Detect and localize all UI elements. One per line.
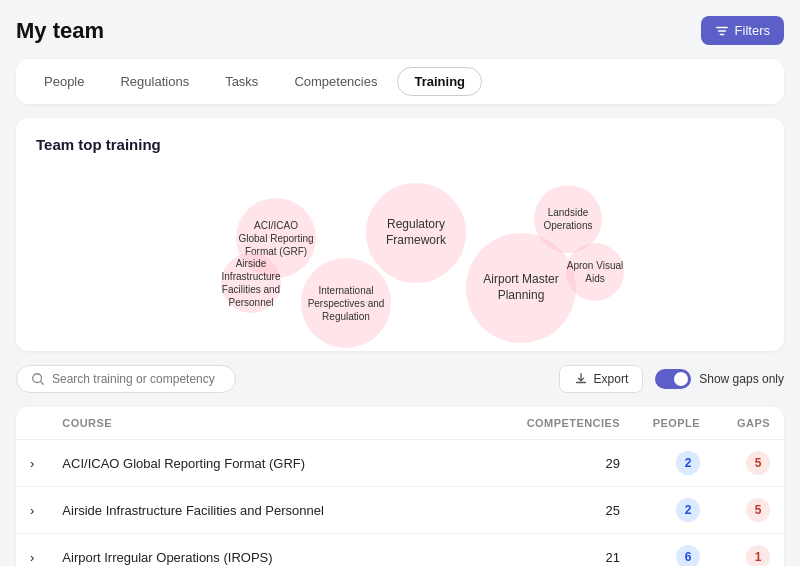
show-gaps-toggle[interactable] xyxy=(655,369,691,389)
col-competencies-header: COMPETENCIES xyxy=(513,407,634,440)
export-button[interactable]: Export xyxy=(559,365,644,393)
export-label: Export xyxy=(594,372,629,386)
tab-people[interactable]: People xyxy=(28,67,100,96)
filters-button[interactable]: Filters xyxy=(701,16,784,45)
bubble-chart: ACI/ICAO Global Reporting Format (GRF)Re… xyxy=(36,163,764,333)
row-people: 6 xyxy=(634,534,714,567)
table-header-row: COURSE COMPETENCIES PEOPLE GAPS xyxy=(16,407,784,440)
download-icon xyxy=(574,372,588,386)
search-box xyxy=(16,365,236,393)
gaps-badge: 5 xyxy=(746,451,770,475)
bubble-b2: Regulatory Framework xyxy=(366,183,466,283)
row-expand-icon[interactable]: › xyxy=(16,534,48,567)
tab-competencies[interactable]: Competencies xyxy=(278,67,393,96)
col-gaps-header: GAPS xyxy=(714,407,784,440)
row-expand-icon[interactable]: › xyxy=(16,487,48,534)
show-gaps-toggle-label[interactable]: Show gaps only xyxy=(655,369,784,389)
table-row[interactable]: ›Airside Infrastructure Facilities and P… xyxy=(16,487,784,534)
row-competencies: 21 xyxy=(513,534,634,567)
row-people: 2 xyxy=(634,440,714,487)
search-input[interactable] xyxy=(52,372,221,386)
bubble-chart-title: Team top training xyxy=(36,136,764,153)
bubble-b7: Apron Visual Aids xyxy=(566,243,624,301)
filter-icon xyxy=(715,24,729,38)
col-course-header: COURSE xyxy=(48,407,512,440)
bubble-chart-card: Team top training ACI/ICAO Global Report… xyxy=(16,118,784,351)
training-table: COURSE COMPETENCIES PEOPLE GAPS ›ACI/ICA… xyxy=(16,407,784,566)
people-badge: 2 xyxy=(676,498,700,522)
col-expand xyxy=(16,407,48,440)
row-course: Airside Infrastructure Facilities and Pe… xyxy=(48,487,512,534)
search-icon xyxy=(31,372,45,386)
row-competencies: 29 xyxy=(513,440,634,487)
bubble-b4: Airside Infrastructure Facilities and Pe… xyxy=(221,253,281,313)
show-gaps-text: Show gaps only xyxy=(699,372,784,386)
toolbar-right: Export Show gaps only xyxy=(559,365,784,393)
page-header: My team Filters xyxy=(16,16,784,45)
row-gaps: 5 xyxy=(714,440,784,487)
table-row[interactable]: ›Airport Irregular Operations (IROPS)216… xyxy=(16,534,784,567)
gaps-badge: 5 xyxy=(746,498,770,522)
tab-regulations[interactable]: Regulations xyxy=(104,67,205,96)
toolbar-row: Export Show gaps only xyxy=(16,365,784,393)
row-gaps: 1 xyxy=(714,534,784,567)
bubble-b5: International Perspectives and Regulatio… xyxy=(301,258,391,348)
tabs-bar: People Regulations Tasks Competencies Tr… xyxy=(16,59,784,104)
row-course: ACI/ICAO Global Reporting Format (GRF) xyxy=(48,440,512,487)
table-row[interactable]: ›ACI/ICAO Global Reporting Format (GRF)2… xyxy=(16,440,784,487)
page-title: My team xyxy=(16,18,104,44)
col-people-header: PEOPLE xyxy=(634,407,714,440)
people-badge: 6 xyxy=(676,545,700,566)
row-expand-icon[interactable]: › xyxy=(16,440,48,487)
tab-tasks[interactable]: Tasks xyxy=(209,67,274,96)
bubble-b6: Airport Master Planning xyxy=(466,233,576,343)
row-competencies: 25 xyxy=(513,487,634,534)
tab-training[interactable]: Training xyxy=(397,67,482,96)
people-badge: 2 xyxy=(676,451,700,475)
row-people: 2 xyxy=(634,487,714,534)
row-gaps: 5 xyxy=(714,487,784,534)
gaps-badge: 1 xyxy=(746,545,770,566)
row-course: Airport Irregular Operations (IROPS) xyxy=(48,534,512,567)
